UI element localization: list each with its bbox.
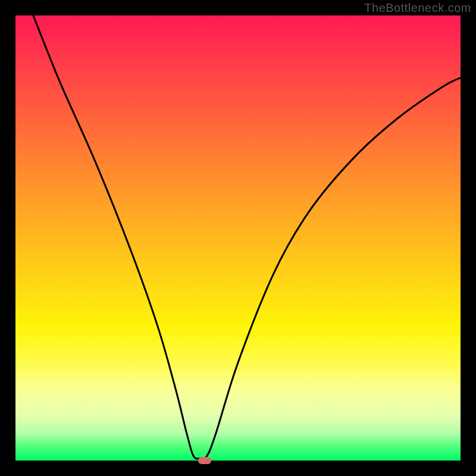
chart-frame: TheBottleneck.com — [0, 0, 476, 476]
min-marker — [198, 457, 211, 464]
watermark-text: TheBottleneck.com — [364, 1, 471, 15]
bottleneck-curve — [33, 15, 461, 459]
plot-area — [15, 15, 461, 461]
curve-svg — [15, 15, 461, 461]
